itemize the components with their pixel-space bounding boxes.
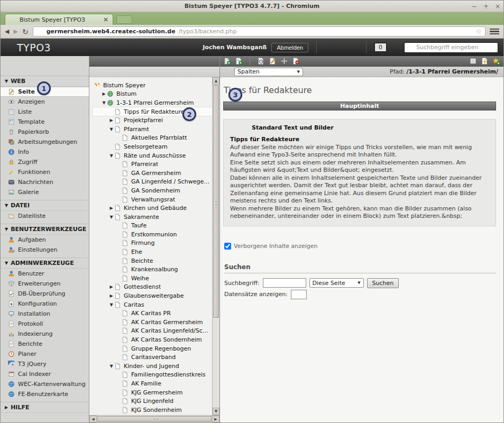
tree-node-label[interactable]: AK Caritas Germersheim	[131, 319, 203, 326]
records-count-input[interactable]	[291, 290, 307, 299]
tree-node-label[interactable]: Gruppe Regenbogen	[131, 345, 191, 352]
cache-icon[interactable]	[481, 57, 489, 65]
tree-node-label[interactable]: Kirchen und Gebäude	[124, 205, 187, 212]
tree-node[interactable]: ▼1-3-1 Pfarrei Germersheim	[93, 98, 210, 107]
sidebar-item-funktionen[interactable]: Funktionen	[1, 167, 89, 177]
tree-node-label[interactable]: Caritas	[124, 301, 144, 308]
logout-button[interactable]: Abmelden	[271, 43, 308, 52]
tree-node-label[interactable]: KJG Germersheim	[131, 389, 182, 396]
sidebar-item-dateiliste[interactable]: Dateiliste	[1, 211, 89, 221]
reload-icon[interactable]: ↻	[22, 27, 29, 36]
tree-node[interactable]: Pfarreirat	[93, 160, 210, 169]
collapse-node-icon[interactable]: ▼	[108, 215, 114, 219]
sidebar-item-db-überprüfung[interactable]: DB-Überprüfung	[1, 289, 89, 299]
collapse-node-icon[interactable]: ▼	[108, 153, 114, 158]
tree-node-label[interactable]: Verwaltungsrat	[131, 196, 175, 203]
tree-node-label[interactable]: Weihe	[131, 275, 149, 282]
tree-node[interactable]: Caritasverband	[93, 353, 210, 362]
sidebar-item-installation[interactable]: Installation	[1, 309, 89, 319]
expand-node-icon[interactable]: ▶	[101, 91, 107, 96]
tree-node[interactable]: Krankensalbung	[93, 265, 210, 274]
tree-node[interactable]: ▼Kinder- und Jugend	[93, 362, 210, 371]
history-icon[interactable]	[257, 57, 265, 65]
tree-node-label[interactable]: GA Germersheim	[131, 170, 181, 177]
tree-node[interactable]: Aktuelles Pfarrblatt	[93, 134, 210, 143]
tree-node[interactable]: Verwaltungsrat	[93, 195, 210, 204]
browser-tab[interactable]: Bistum Speyer [TYPO3 ×	[5, 14, 113, 25]
tree-node[interactable]: AK Caritas Lingenfeld/Schwegen...	[93, 327, 210, 336]
new-page-icon[interactable]	[94, 57, 102, 65]
tree-node[interactable]: KJG Sondernheim	[93, 406, 210, 415]
sidebar-item-konfiguration[interactable]: Konfiguration	[1, 299, 89, 309]
tree-node-label[interactable]: GA Lingenfeld / Schwegenheim /...	[131, 178, 210, 185]
tree-node[interactable]: Beichte	[93, 256, 210, 265]
logged-in-user[interactable]: Jochen Wambsganß	[193, 44, 267, 51]
tree-node-label[interactable]: 1-3-1 Pfarrei Germersheim	[116, 99, 194, 106]
tree-node-label[interactable]: Sakramente	[124, 214, 159, 220]
clear-cache-bolt-icon[interactable]	[337, 43, 345, 51]
sidebar-item-galerie[interactable]: Galerie	[1, 187, 89, 197]
sidebar-item-protokoll[interactable]: Protokoll	[1, 319, 89, 329]
menu-section-header[interactable]: ▼BENUTZERWERKZEUGE	[1, 224, 89, 235]
tree-node[interactable]: Weihe	[93, 274, 210, 283]
collapse-columns-icon[interactable]	[223, 68, 231, 76]
tree-node[interactable]: Gruppe Regenbogen	[93, 344, 210, 353]
sidebar-item-aufgaben[interactable]: Aufgaben	[1, 235, 89, 245]
sidebar-item-info[interactable]: Info	[1, 147, 89, 157]
scrollbar-thumb[interactable]	[97, 416, 212, 422]
filter-icon[interactable]	[107, 57, 115, 65]
collapse-node-icon[interactable]: ▼	[108, 302, 114, 307]
tab-close-icon[interactable]: ×	[103, 16, 108, 23]
tree-node-label[interactable]: Räte und Ausschüsse	[124, 152, 186, 159]
tree-node-label[interactable]: Gottesdienst	[124, 283, 161, 290]
tree-node-label[interactable]: Glaubensweitergabe	[124, 292, 184, 299]
move-icon[interactable]	[280, 57, 288, 65]
tree-horizontal-scrollbar[interactable]: ◀ ▶	[89, 415, 219, 422]
collapse-node-icon[interactable]: ▼	[101, 100, 107, 105]
tree-node-label[interactable]: Firmung	[131, 240, 155, 246]
scrollbar-thumb[interactable]	[213, 85, 219, 318]
tree-node-label[interactable]: AK Caritas Lingenfeld/Schwegen...	[131, 327, 210, 334]
page-edit-icon[interactable]	[269, 57, 277, 65]
sidebar-item-arbeitsumgebungen[interactable]: Arbeitsumgebungen	[1, 137, 89, 147]
tree-node[interactable]: AK Caritas PR	[93, 309, 210, 318]
search-submit-button[interactable]: Suchen	[367, 278, 399, 288]
sidebar-item-anzeigen[interactable]: Anzeigen	[1, 97, 89, 107]
tree-node[interactable]: GA Germersheim	[93, 169, 210, 178]
sidebar-item-einstellungen[interactable]: Einstellungen	[1, 245, 89, 255]
menu-section-header[interactable]: ▶HILFE	[1, 402, 89, 413]
maximize-button[interactable]: +	[483, 1, 489, 12]
tree-node-label[interactable]: Aktuelles Pfarrblatt	[131, 134, 187, 141]
sidebar-item-liste[interactable]: Liste	[1, 107, 89, 117]
tree-node[interactable]: GA Lingenfeld / Schwegenheim /...	[93, 178, 210, 187]
sidebar-item-erweiterungen[interactable]: Erweiterungen	[1, 279, 89, 289]
tree-node-label[interactable]: Bistum Speyer	[103, 82, 145, 89]
tree-node-label[interactable]: AK Caritas Sondernheim	[131, 336, 202, 343]
forward-icon[interactable]: ▶	[13, 28, 17, 35]
tree-node-label[interactable]: Pfarreirat	[131, 161, 158, 168]
star-new-icon[interactable]	[492, 57, 500, 65]
sidebar-item-indexierung[interactable]: Indexierung	[1, 329, 89, 339]
expand-node-icon[interactable]: ▶	[108, 118, 114, 123]
browser-menu-icon[interactable]	[490, 29, 499, 35]
tree-node[interactable]: ▶Gottesdienst	[93, 283, 210, 292]
tree-node[interactable]: KJG Germersheim	[93, 388, 210, 397]
scroll-right-icon[interactable]: ▶	[212, 416, 219, 422]
collapse-node-icon[interactable]: ▼	[108, 364, 114, 369]
sidebar-item-template[interactable]: Template	[1, 117, 89, 127]
columns-select[interactable]: Spalten ▼	[234, 68, 303, 76]
tree-node[interactable]: AK Caritas Sondernheim	[93, 335, 210, 344]
bookmark-star-icon[interactable]: ☆	[475, 27, 482, 35]
tree-node[interactable]: ▶Kirchen und Gebäude	[93, 204, 210, 213]
tree-node-label[interactable]: Kinder- und Jugend	[124, 363, 179, 370]
expand-node-icon[interactable]: ▶	[108, 293, 114, 298]
close-button[interactable]: ×	[495, 1, 500, 12]
scroll-left-icon[interactable]: ◀	[89, 416, 97, 422]
tree-vertical-scrollbar[interactable]: ▲ ▼	[212, 77, 219, 415]
show-hidden-checkbox[interactable]	[224, 243, 231, 250]
bookmark-star-icon[interactable]	[325, 43, 333, 51]
tree-node-label[interactable]: Tipps für Redakteure	[124, 108, 185, 115]
tree-node[interactable]: AK Caritas Germersheim	[93, 318, 210, 327]
tree-node-label[interactable]: AK Familie	[131, 380, 161, 387]
sidebar-item-nachrichten[interactable]: Nachrichten	[1, 177, 89, 187]
